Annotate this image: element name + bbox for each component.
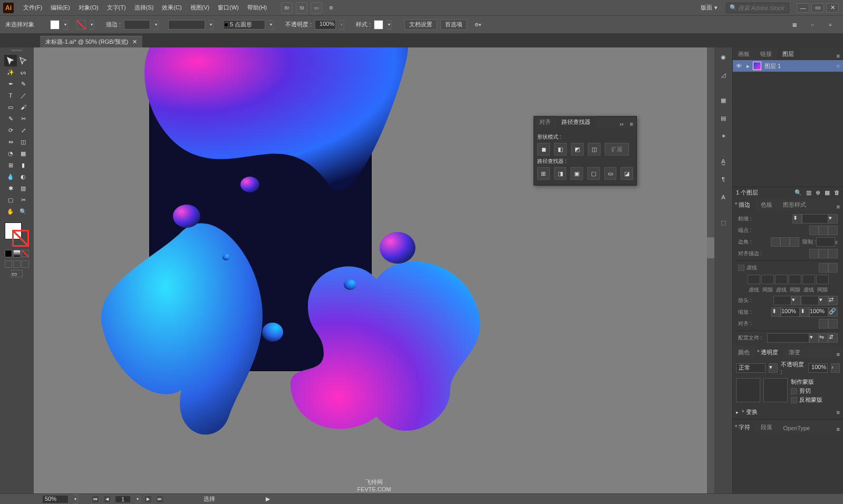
menu-help[interactable]: 帮助(H) — [243, 0, 271, 15]
layer-name[interactable]: 图层 1 — [764, 62, 781, 70]
panel-menu-icon[interactable]: ≡ — [834, 350, 843, 358]
stroke-profile-preview[interactable] — [168, 20, 205, 30]
style-dd[interactable]: ▾ — [386, 20, 392, 30]
arrow-start-dd[interactable]: ▾ — [791, 296, 801, 305]
align-outside[interactable] — [828, 249, 838, 258]
gap-1[interactable] — [761, 275, 774, 284]
lasso-tool[interactable]: ᔕ — [17, 66, 30, 78]
gpu-icon[interactable]: ⚙ — [325, 2, 337, 14]
direct-selection-tool[interactable] — [17, 55, 30, 66]
prefs-icon[interactable]: ⚙▾ — [472, 19, 483, 31]
window-minimize[interactable]: — — [797, 3, 809, 13]
target-icon[interactable]: ○ — [836, 63, 840, 69]
tab-gradient[interactable]: 渐变 — [783, 346, 806, 358]
draw-inside[interactable] — [22, 260, 29, 268]
delete-layer-icon[interactable]: 🗑 — [834, 189, 840, 196]
link-scale[interactable]: 🔗 — [828, 307, 838, 317]
pen-tool[interactable]: ✒ — [4, 78, 17, 90]
panel-menu-icon[interactable]: ≡ — [834, 202, 843, 211]
document-tab[interactable]: 未标题-1.ai* @ 50% (RGB/预览) ✕ — [40, 36, 142, 47]
tab-graphic-styles[interactable]: 图形样式 — [778, 199, 811, 211]
join-miter[interactable] — [771, 237, 780, 247]
shape-builder-tool[interactable]: ◔ — [4, 148, 17, 159]
selection-tool[interactable] — [4, 55, 17, 66]
panel-menu-icon[interactable]: ≡ — [834, 425, 843, 433]
tab-transparency[interactable]: ° 透明度 — [755, 346, 783, 358]
opacity-dd[interactable]: › — [339, 20, 344, 30]
tab-swatches[interactable]: 色板 — [755, 199, 778, 211]
flip-y[interactable]: ⇵ — [828, 333, 838, 343]
artboard-last[interactable]: ⏭ — [156, 496, 163, 503]
stroke-profile-dd[interactable]: ▾ — [208, 20, 214, 30]
cap-butt[interactable] — [809, 226, 819, 235]
window-maximize[interactable]: ▭ — [811, 3, 824, 13]
zoom-tool[interactable]: 🔍 — [17, 206, 30, 217]
new-sublayer-icon[interactable]: ⊕ — [816, 189, 820, 196]
draw-behind[interactable] — [13, 260, 21, 268]
symbol-sprayer-tool[interactable]: ✱ — [4, 182, 17, 194]
color-mode-none[interactable] — [22, 250, 29, 257]
blend-mode-select[interactable]: 正常 — [736, 363, 766, 373]
curvature-tool[interactable]: ✎ — [17, 78, 30, 90]
tab-artboards[interactable]: 画板 — [733, 48, 755, 60]
free-transform-tool[interactable]: ◫ — [17, 136, 30, 148]
brush-dd[interactable]: ▾ — [268, 20, 274, 30]
dashed-checkbox[interactable] — [738, 265, 744, 271]
menu-type[interactable]: 文字(T) — [103, 0, 130, 15]
color-icon[interactable]: ◉ — [718, 52, 729, 62]
mesh-tool[interactable]: ⊞ — [4, 159, 17, 171]
eraser-tool[interactable]: ✂ — [17, 113, 30, 124]
list-icon[interactable]: ≡ — [825, 19, 836, 31]
tab-opentype[interactable]: OpenType — [778, 423, 815, 433]
weight-stepper[interactable]: ⬍ — [792, 214, 802, 224]
color-guide-icon[interactable]: ◿ — [718, 70, 729, 80]
transform-icon[interactable]: ↔ — [807, 19, 818, 31]
tab-stroke[interactable]: ° 描边 — [733, 199, 755, 211]
brushes-icon[interactable]: ▤ — [718, 113, 729, 123]
profile-dd[interactable]: ▾ — [809, 333, 819, 343]
align-center[interactable] — [809, 249, 819, 258]
libraries-icon[interactable]: ⬚ — [718, 217, 729, 228]
blend-tool[interactable]: ◐ — [17, 171, 30, 182]
locate-icon[interactable]: 🔍 — [794, 189, 802, 196]
profile-select[interactable] — [767, 333, 809, 343]
panel-menu-icon[interactable]: ≡ — [834, 52, 843, 60]
minus-back-button[interactable]: ◪ — [621, 167, 633, 180]
crop-button[interactable]: ▢ — [587, 167, 600, 180]
panel-grip[interactable] — [6, 50, 27, 54]
draw-normal[interactable] — [5, 260, 12, 268]
cap-square[interactable] — [828, 226, 838, 235]
menu-select[interactable]: 选择(S) — [130, 0, 158, 15]
trim-button[interactable]: ◨ — [554, 167, 567, 180]
menu-view[interactable]: 视图(V) — [186, 0, 214, 15]
menu-window[interactable]: 窗口(W) — [214, 0, 243, 15]
stock-icon[interactable]: St — [296, 2, 307, 14]
glyph-icon[interactable]: A — [718, 192, 729, 202]
magic-wand-tool[interactable]: ✨ — [4, 66, 17, 78]
make-mask-button[interactable]: 制作蒙版 — [791, 378, 822, 386]
fill-stroke-indicator[interactable] — [5, 222, 29, 247]
divide-button[interactable]: ⊞ — [537, 167, 550, 180]
stroke-dropdown[interactable]: ▾ — [89, 20, 94, 30]
zoom-select[interactable]: 50% — [42, 495, 69, 503]
visibility-icon[interactable]: 👁 — [736, 63, 743, 69]
menu-edit[interactable]: 编辑(E) — [46, 0, 74, 15]
playback-icon[interactable]: ▶ — [266, 496, 270, 502]
stroke-weight-dd[interactable]: ▾ — [153, 20, 159, 30]
expand-button[interactable]: 扩展 — [605, 143, 629, 156]
tab-character[interactable]: ° 字符 — [733, 421, 755, 433]
arrange-icon[interactable]: ▭ — [311, 2, 322, 14]
eyedropper-tool[interactable]: 💧 — [4, 171, 17, 182]
pathfinder-panel[interactable]: 对齐 路径查找器 ›› ≡ 形状模式 : ◼ ◧ ◩ ◫ 扩展 路径查找器 : … — [534, 116, 637, 186]
cap-round[interactable] — [819, 226, 828, 235]
align-pixel-icon[interactable]: ▦ — [789, 19, 800, 31]
scale-tool[interactable]: ⤢ — [17, 124, 30, 136]
expand-icon[interactable]: ▸ — [747, 63, 750, 70]
gradient-tool[interactable]: ▮ — [17, 159, 30, 171]
arrow-end[interactable] — [801, 296, 819, 305]
arrow-scale-b[interactable]: 100% — [809, 307, 828, 317]
dash-2[interactable] — [775, 275, 788, 284]
search-box[interactable]: 🔍 — [726, 3, 789, 13]
arrow-scale-a[interactable]: 100% — [781, 307, 800, 317]
symbols-icon[interactable]: ✶ — [718, 131, 729, 141]
